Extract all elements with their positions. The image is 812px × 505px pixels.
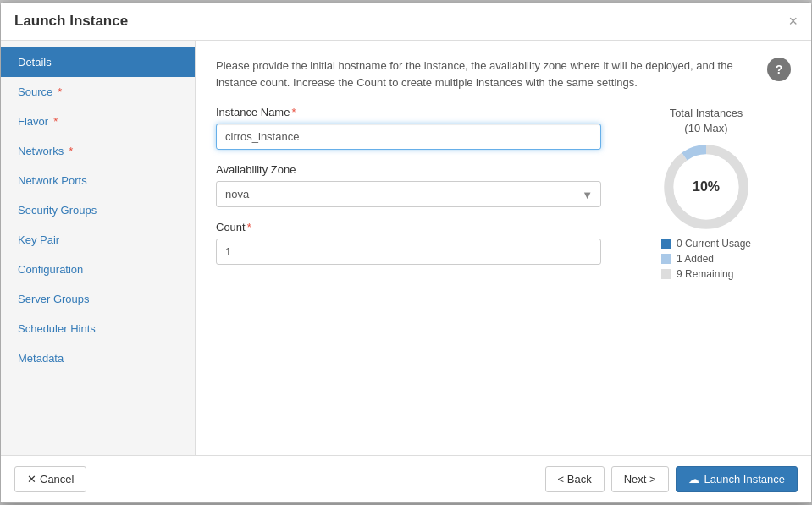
sidebar-item-security-groups[interactable]: Security Groups: [1, 195, 195, 225]
legend-added-label: 1 Added: [677, 253, 714, 265]
description-text: Please provide the initial hostname for …: [216, 58, 757, 91]
back-button[interactable]: < Back: [545, 466, 605, 492]
close-button[interactable]: ×: [788, 14, 798, 29]
legend-remaining-icon: [661, 269, 671, 279]
availability-zone-label: Availability Zone: [216, 163, 601, 176]
sidebar-item-security-groups-label: Security Groups: [18, 204, 97, 217]
sidebar-item-source-label: Source: [18, 85, 52, 98]
sidebar-item-network-ports[interactable]: Network Ports: [1, 166, 195, 195]
sidebar-item-networks[interactable]: Networks *: [1, 136, 195, 166]
sidebar-item-flavor[interactable]: Flavor *: [1, 107, 195, 136]
sidebar-item-server-groups[interactable]: Server Groups: [1, 284, 195, 314]
sidebar-item-source[interactable]: Source *: [1, 77, 195, 107]
help-button[interactable]: ?: [767, 58, 791, 81]
modal-title: Launch Instance: [14, 13, 128, 30]
sidebar-item-key-pair-label: Key Pair: [18, 233, 59, 246]
legend-current-usage: 0 Current Usage: [661, 238, 751, 250]
instance-name-input[interactable]: [216, 124, 601, 150]
modal-body: Details Source * Flavor * Networks * Net…: [1, 41, 811, 455]
instance-name-label: Instance Name*: [216, 106, 601, 118]
svg-rect-4: [661, 254, 671, 264]
legend-added: 1 Added: [661, 253, 751, 265]
flavor-required-star: *: [53, 115, 58, 128]
description-row: Please provide the initial hostname for …: [216, 58, 791, 91]
cancel-x-icon: ✕: [27, 473, 36, 486]
donut-percentage: 10%: [693, 179, 720, 195]
sidebar-item-configuration-label: Configuration: [18, 263, 83, 276]
sidebar-item-key-pair[interactable]: Key Pair: [1, 225, 195, 255]
donut-chart: 10%: [664, 145, 748, 229]
sidebar: Details Source * Flavor * Networks * Net…: [1, 41, 196, 455]
count-group: Count*: [216, 221, 601, 265]
legend-remaining-label: 9 Remaining: [677, 268, 733, 280]
launch-instance-button[interactable]: ☁ Launch Instance: [676, 466, 798, 492]
networks-required-star: *: [69, 145, 73, 157]
availability-zone-wrapper: nova ▼: [216, 181, 601, 207]
cloud-icon: ☁: [688, 473, 699, 486]
sidebar-item-scheduler-hints[interactable]: Scheduler Hints: [1, 314, 195, 343]
legend-added-icon: [661, 254, 671, 264]
sidebar-item-network-ports-label: Network Ports: [18, 174, 87, 187]
count-label: Count*: [216, 221, 601, 233]
footer-right: < Back Next > ☁ Launch Instance: [545, 466, 798, 492]
sidebar-item-scheduler-hints-label: Scheduler Hints: [18, 322, 96, 335]
source-required-star: *: [58, 85, 62, 98]
legend-remaining: 9 Remaining: [661, 268, 751, 280]
form-section: Instance Name* Availability Zone nova ▼: [216, 106, 791, 280]
availability-zone-select[interactable]: nova: [216, 181, 601, 207]
availability-zone-group: Availability Zone nova ▼: [216, 163, 601, 207]
sidebar-item-flavor-label: Flavor: [18, 115, 48, 128]
chart-title: Total Instances (10 Max): [670, 106, 743, 136]
content-area: Please provide the initial hostname for …: [196, 41, 811, 455]
sidebar-item-networks-label: Networks: [18, 145, 64, 157]
footer-left: ✕ Cancel: [14, 466, 86, 492]
chart-area: Total Instances (10 Max) 10%: [621, 106, 791, 280]
cancel-button[interactable]: ✕ Cancel: [14, 466, 86, 492]
launch-instance-modal: Launch Instance × Details Source * Flavo…: [0, 2, 812, 503]
svg-rect-3: [661, 239, 671, 249]
sidebar-item-details-label: Details: [18, 56, 52, 69]
chart-legend: 0 Current Usage 1 Added 9 Remaining: [661, 238, 751, 280]
svg-rect-5: [661, 269, 671, 279]
sidebar-item-server-groups-label: Server Groups: [18, 293, 90, 305]
count-input[interactable]: [216, 239, 601, 265]
sidebar-item-details[interactable]: Details: [1, 47, 195, 77]
next-button[interactable]: Next >: [611, 466, 669, 492]
sidebar-item-metadata-label: Metadata: [18, 352, 64, 365]
sidebar-item-configuration[interactable]: Configuration: [1, 255, 195, 284]
sidebar-item-metadata[interactable]: Metadata: [1, 343, 195, 373]
modal-footer: ✕ Cancel < Back Next > ☁ Launch Instance: [1, 455, 811, 502]
instance-name-group: Instance Name*: [216, 106, 601, 150]
legend-current-usage-label: 0 Current Usage: [677, 238, 751, 250]
modal-header: Launch Instance ×: [1, 3, 811, 41]
form-fields: Instance Name* Availability Zone nova ▼: [216, 106, 601, 280]
legend-current-usage-icon: [661, 239, 671, 249]
